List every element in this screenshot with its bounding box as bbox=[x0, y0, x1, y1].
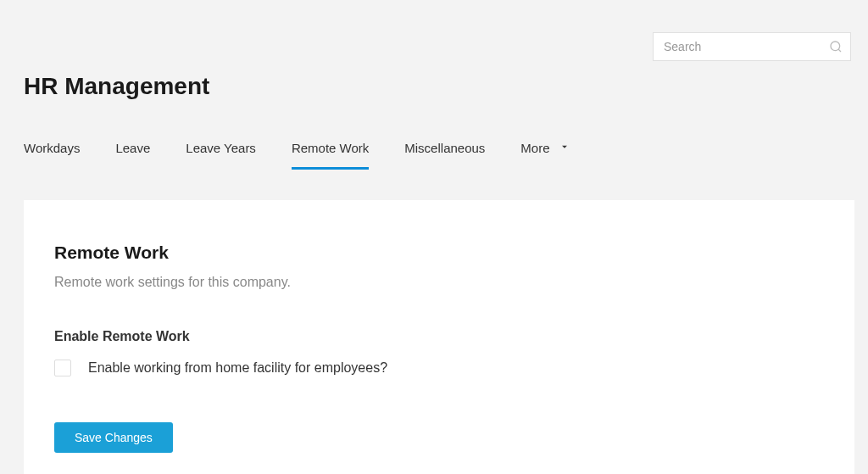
tab-miscellaneous[interactable]: Miscellaneous bbox=[404, 141, 485, 170]
section-title: Remote Work bbox=[54, 243, 824, 263]
tab-more-label: More bbox=[520, 141, 549, 155]
svg-point-0 bbox=[831, 42, 840, 51]
tabs-nav: Workdays Leave Leave Years Remote Work M… bbox=[0, 100, 868, 170]
page-title: HR Management bbox=[0, 61, 868, 100]
tab-leave-years[interactable]: Leave Years bbox=[186, 141, 256, 170]
section-description: Remote work settings for this company. bbox=[54, 275, 824, 290]
enable-remote-work-label: Enable Remote Work bbox=[54, 329, 824, 344]
chevron-down-icon bbox=[559, 141, 570, 155]
search-box bbox=[653, 32, 851, 61]
checkbox-row: Enable working from home facility for em… bbox=[54, 360, 824, 376]
save-changes-button[interactable]: Save Changes bbox=[54, 422, 173, 453]
search-input[interactable] bbox=[653, 32, 851, 61]
checkbox-label: Enable working from home facility for em… bbox=[88, 360, 387, 376]
tab-more[interactable]: More bbox=[520, 141, 570, 170]
tab-leave[interactable]: Leave bbox=[115, 141, 150, 170]
enable-remote-work-checkbox[interactable] bbox=[54, 360, 71, 376]
tab-workdays[interactable]: Workdays bbox=[24, 141, 80, 170]
content-panel: Remote Work Remote work settings for thi… bbox=[24, 200, 854, 474]
search-icon bbox=[829, 40, 843, 53]
svg-line-1 bbox=[838, 49, 841, 52]
tab-remote-work[interactable]: Remote Work bbox=[292, 141, 369, 170]
